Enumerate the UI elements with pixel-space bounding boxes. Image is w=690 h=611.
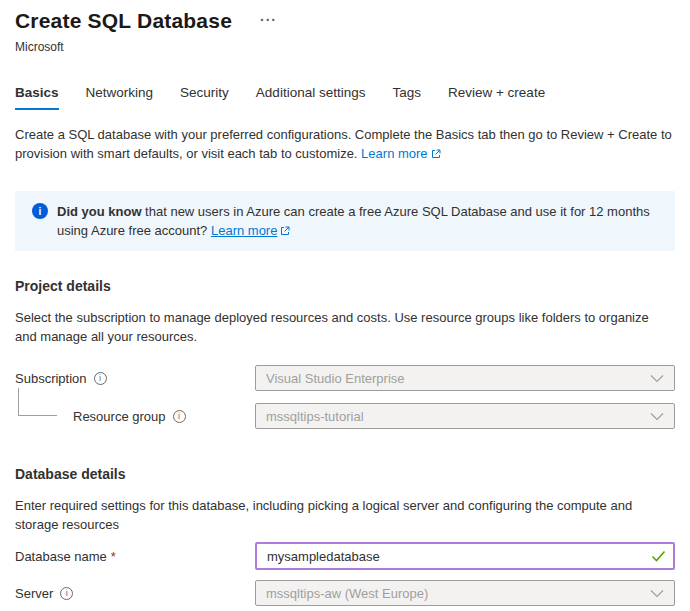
valid-check-icon	[651, 550, 666, 562]
subscription-dropdown: Visual Studio Enterprise	[255, 365, 675, 391]
tab-bar: Basics Networking Security Additional se…	[15, 85, 675, 110]
resource-group-info-icon[interactable]: i	[173, 410, 186, 423]
tab-networking[interactable]: Networking	[86, 85, 154, 110]
header: Create SQL Database ···	[15, 8, 675, 34]
required-asterisk: *	[111, 549, 116, 564]
intro-text: Create a SQL database with your preferre…	[15, 125, 675, 163]
tab-additional-settings[interactable]: Additional settings	[256, 85, 366, 110]
chevron-down-icon	[650, 412, 664, 421]
chevron-down-icon	[650, 589, 664, 598]
subscription-value: Visual Studio Enterprise	[266, 371, 405, 386]
tab-tags[interactable]: Tags	[392, 85, 421, 110]
database-name-control	[255, 543, 675, 569]
project-details-description: Select the subscription to manage deploy…	[15, 308, 670, 346]
server-value: mssqltips-aw (West Europe)	[266, 586, 428, 601]
tab-review-create[interactable]: Review + create	[448, 85, 545, 110]
external-link-icon	[431, 149, 441, 159]
server-label: Server i	[15, 586, 255, 601]
info-badge-icon: i	[32, 203, 48, 219]
database-name-row: Database name *	[15, 543, 675, 569]
publisher-label: Microsoft	[15, 40, 675, 54]
tab-security[interactable]: Security	[180, 85, 229, 110]
more-options-icon[interactable]: ···	[260, 12, 277, 28]
chevron-down-icon	[650, 374, 664, 383]
resource-group-label-text: Resource group	[73, 409, 166, 424]
banner-lead: Did you know	[57, 204, 142, 219]
server-row: Server i mssqltips-aw (West Europe)	[15, 580, 675, 606]
project-details-heading: Project details	[15, 278, 675, 294]
tree-connector-line	[18, 388, 57, 416]
database-name-label-text: Database name	[15, 549, 107, 564]
server-info-icon[interactable]: i	[60, 587, 73, 600]
server-dropdown: mssqltips-aw (West Europe)	[255, 580, 675, 606]
external-link-icon	[280, 226, 290, 236]
resource-group-dropdown: mssqltips-tutorial	[255, 403, 675, 429]
subscription-info-icon[interactable]: i	[94, 372, 107, 385]
intro-body: Create a SQL database with your preferre…	[15, 127, 672, 161]
subscription-label: Subscription i	[15, 371, 255, 386]
resource-group-value: mssqltips-tutorial	[266, 409, 364, 424]
banner-learn-more-link[interactable]: Learn more	[211, 223, 277, 238]
database-details-description: Enter required settings for this databas…	[15, 496, 670, 534]
banner-text: Did you know that new users in Azure can…	[57, 202, 655, 240]
page-title: Create SQL Database	[15, 8, 232, 34]
intro-learn-more-link[interactable]: Learn more	[361, 146, 427, 161]
subscription-row: Subscription i Visual Studio Enterprise	[15, 365, 675, 391]
server-label-text: Server	[15, 586, 53, 601]
create-sql-database-blade: Create SQL Database ··· Microsoft Basics…	[0, 0, 690, 606]
resource-group-control: mssqltips-tutorial	[255, 403, 675, 429]
subscription-label-text: Subscription	[15, 371, 87, 386]
did-you-know-banner: i Did you know that new users in Azure c…	[15, 191, 675, 251]
database-name-input[interactable]	[255, 542, 675, 570]
server-control: mssqltips-aw (West Europe)	[255, 580, 675, 606]
resource-group-row: Resource group i mssqltips-tutorial	[15, 403, 675, 429]
database-details-heading: Database details	[15, 466, 675, 482]
banner-body: that new users in Azure can create a fre…	[57, 204, 650, 238]
database-name-label: Database name *	[15, 549, 255, 564]
tab-basics[interactable]: Basics	[15, 85, 59, 110]
subscription-control: Visual Studio Enterprise	[255, 365, 675, 391]
